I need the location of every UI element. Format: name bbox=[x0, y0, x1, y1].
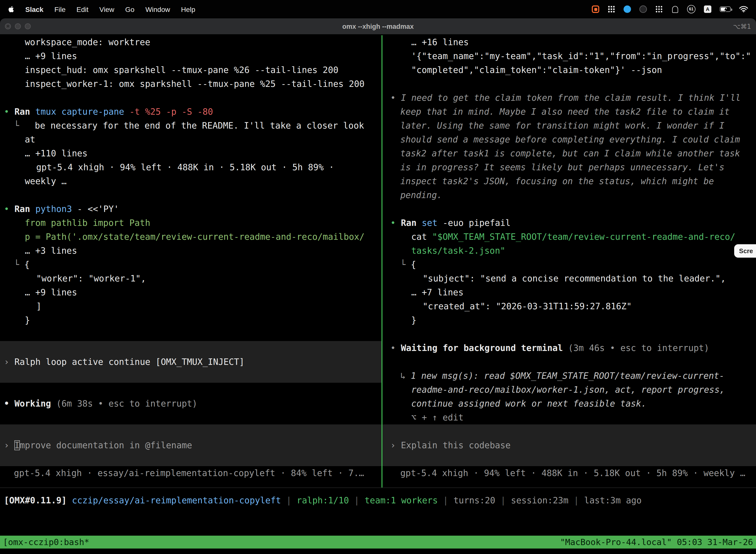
terminal-line: weekly … bbox=[0, 174, 381, 188]
terminal-line: • Waiting for background terminal (3m 46… bbox=[382, 341, 756, 355]
terminal-line: '{"team_name":"my-team","task_id":"1","f… bbox=[382, 49, 756, 63]
window-title: omx --xhigh --madmax bbox=[0, 22, 756, 30]
omx-worktree-path: cczip/essay/ai-reimplementation-copyleft bbox=[67, 495, 281, 505]
terminal-line bbox=[0, 383, 381, 397]
terminal-line: … +7 lines bbox=[382, 285, 756, 299]
menu-edit[interactable]: Edit bbox=[76, 5, 88, 13]
terminal-line bbox=[0, 91, 381, 105]
terminal-line: … +110 lines bbox=[0, 147, 381, 160]
prompt-input-band[interactable]: › Ralph loop active continue [OMX_TMUX_I… bbox=[0, 341, 381, 383]
zoom-button[interactable] bbox=[25, 23, 31, 29]
prompt-input-band[interactable]: › Explain this codebase bbox=[382, 425, 756, 466]
terminal-line bbox=[0, 327, 381, 341]
screen: Slack File Edit View Go Window Help 61 A bbox=[0, 0, 756, 554]
terminal-line: inspect_worker-1: omx sparkshell --tmux-… bbox=[0, 77, 381, 91]
terminal-line bbox=[382, 202, 756, 216]
dark-app-icon[interactable] bbox=[639, 5, 647, 14]
tmux-pane-right[interactable]: … +16 lines'{"team_name":"my-team","task… bbox=[382, 35, 756, 488]
terminal-line: gpt-5.4 xhigh · essay/ai-reimplementatio… bbox=[0, 466, 381, 480]
omx-ralph-counter: ralph:1/10 bbox=[297, 495, 349, 505]
terminal-line: "subject": "send a concise recommendatio… bbox=[382, 272, 756, 285]
terminal-line: • I need to get the claim token from the… bbox=[382, 91, 756, 105]
ghost-app-icon[interactable] bbox=[671, 5, 679, 14]
terminal-line: gpt-5.4 xhigh · 94% left · 488K in · 5.1… bbox=[0, 160, 381, 174]
terminal-line: cat "$OMX_TEAM_STATE_ROOT/team/review-cu… bbox=[382, 230, 756, 244]
terminal-line: at bbox=[0, 132, 381, 147]
terminal-line: continue assigned work or next feasible … bbox=[382, 397, 756, 410]
omx-last-activity: last:3m ago bbox=[584, 495, 642, 505]
terminal-line: pending. bbox=[382, 188, 756, 202]
terminal-line: └ be necessary for the end of the README… bbox=[0, 119, 381, 132]
omx-status-line: [OMX#0.11.9] cczip/essay/ai-reimplementa… bbox=[4, 493, 756, 507]
battery-percent-circle-icon[interactable]: 61 bbox=[687, 5, 695, 13]
terminal-line: … +9 lines bbox=[0, 285, 381, 299]
terminal-line: … +16 lines bbox=[382, 35, 756, 49]
menu-go[interactable]: Go bbox=[125, 5, 134, 13]
terminal-line: • Ran tmux capture-pane -t %25 -p -S -80 bbox=[0, 105, 381, 119]
terminal-line: ⌥ + ↑ edit bbox=[382, 410, 756, 425]
window-titlebar: omx --xhigh --madmax ⌥⌘1 bbox=[0, 18, 756, 35]
menu-window[interactable]: Window bbox=[145, 5, 170, 13]
terminal-line: should send a message before completing … bbox=[382, 132, 756, 147]
terminal-line: workspace_mode: worktree bbox=[0, 35, 381, 49]
terminal-line bbox=[382, 355, 756, 369]
battery-charging-icon[interactable] bbox=[720, 5, 731, 14]
traffic-lights bbox=[5, 18, 31, 34]
menu-app-name[interactable]: Slack bbox=[25, 5, 44, 13]
menu-file[interactable]: File bbox=[54, 5, 65, 13]
terminal-line: p = Path('.omx/state/team/review-current… bbox=[0, 230, 381, 244]
terminal-line: later. Using the same for transition mig… bbox=[382, 119, 756, 132]
terminal-line bbox=[382, 327, 756, 341]
prompt-input-text: › Ralph loop active continue [OMX_TMUX_I… bbox=[0, 355, 381, 369]
terminal-line: … +3 lines bbox=[0, 244, 381, 258]
terminal-line: readme-and-reco/mailbox/worker-1.json, a… bbox=[382, 383, 756, 397]
terminal-line bbox=[0, 410, 381, 425]
terminal-line bbox=[382, 77, 756, 91]
terminal-line: } bbox=[0, 313, 381, 327]
grid-app-icon[interactable] bbox=[608, 5, 615, 14]
terminal-window: omx --xhigh --madmax ⌥⌘1 workspace_mode:… bbox=[0, 18, 756, 554]
terminal-line: task2 after task1 is complete, but can I… bbox=[382, 147, 756, 160]
dots-grid-icon[interactable] bbox=[655, 5, 663, 14]
minimize-button[interactable] bbox=[15, 23, 21, 29]
terminal-line: is in progress? It seems likely but perh… bbox=[382, 160, 756, 174]
omx-version: [OMX#0.11.9] bbox=[4, 495, 67, 505]
terminal-line: "worker": "worker-1", bbox=[0, 272, 381, 285]
prompt-input-text: › Explain this codebase bbox=[382, 438, 756, 452]
prompt-input-band[interactable]: › Improve documentation in @filename bbox=[0, 425, 381, 466]
omx-session-time: session:23m bbox=[511, 495, 568, 505]
tmux-session-name: [omx-cczip0:bash* bbox=[3, 537, 89, 547]
prompt-input-text: › Improve documentation in @filename bbox=[0, 438, 381, 452]
terminal-line: … +9 lines bbox=[0, 49, 381, 63]
tmux-pane-left[interactable]: workspace_mode: worktree… +9 linesinspec… bbox=[0, 35, 382, 488]
menu-view[interactable]: View bbox=[100, 5, 114, 13]
terminal-line: inspect task2's JSON, focusing on the st… bbox=[382, 174, 756, 188]
screen-recording-indicator-icon[interactable] bbox=[592, 5, 599, 14]
terminal-line: } bbox=[382, 313, 756, 327]
window-shortcut-badge: ⌥⌘1 bbox=[733, 22, 751, 30]
terminal-line bbox=[0, 188, 381, 202]
terminal-line: gpt-5.4 xhigh · 94% left · 488K in · 5.1… bbox=[382, 466, 756, 480]
menu-bar-left: Slack File Edit View Go Window Help bbox=[8, 5, 195, 13]
terminal-line: └ { bbox=[0, 258, 381, 272]
tmux-status-bar: [omx-cczip0:bash* "MacBook-Pro-44.local"… bbox=[0, 536, 756, 549]
wifi-icon[interactable] bbox=[739, 5, 748, 14]
terminal-line: └ { bbox=[382, 258, 756, 272]
tmux-host-clock: "MacBook-Pro-44.local" 05:03 31-Mar-26 bbox=[560, 537, 753, 547]
apple-menu-icon[interactable] bbox=[8, 5, 14, 13]
terminal-line: "completed","claim_token":"claim-token"}… bbox=[382, 63, 756, 77]
blue-app-icon[interactable] bbox=[624, 5, 631, 14]
omx-team-workers: team:1 workers bbox=[365, 495, 438, 505]
menu-help[interactable]: Help bbox=[181, 5, 195, 13]
terminal-line: • Working (6m 38s • esc to interrupt) bbox=[0, 397, 381, 410]
terminal-line: from pathlib import Path bbox=[0, 216, 381, 230]
close-button[interactable] bbox=[5, 23, 11, 29]
menu-bar: Slack File Edit View Go Window Help 61 A bbox=[0, 0, 756, 18]
menu-status-icons: 61 A bbox=[592, 5, 748, 14]
terminal-line: "created_at": "2026-03-31T11:59:27.816Z" bbox=[382, 299, 756, 313]
screenshot-preview-overlay[interactable]: Scre bbox=[734, 244, 756, 258]
terminal-line: ↳ 1 new msg(s): read $OMX_TEAM_STATE_ROO… bbox=[382, 369, 756, 383]
input-source-icon[interactable]: A bbox=[704, 5, 711, 13]
omx-turns: turns:20 bbox=[453, 495, 495, 505]
terminal-line: tasks/task-2.json" bbox=[382, 244, 756, 258]
